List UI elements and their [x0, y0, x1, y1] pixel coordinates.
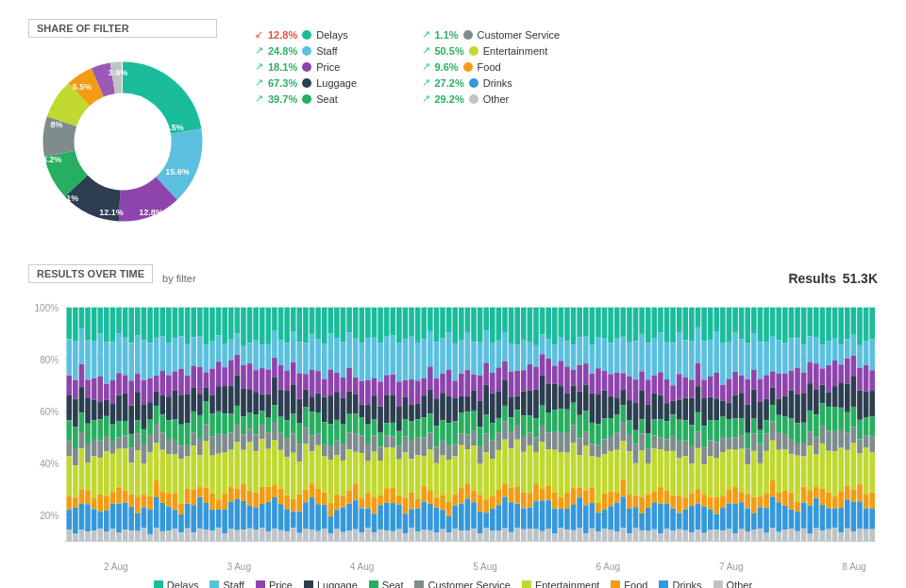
svg-rect-128 — [123, 491, 128, 503]
svg-rect-609 — [421, 501, 427, 529]
svg-rect-127 — [123, 448, 128, 490]
svg-rect-700 — [478, 533, 483, 541]
x-axis-label: 2 Aug — [104, 562, 128, 572]
svg-rect-159 — [142, 507, 147, 528]
legend-item: ↗39.7%Seat — [255, 92, 394, 105]
svg-rect-150 — [135, 531, 141, 542]
svg-rect-625 — [434, 427, 440, 447]
svg-rect-891 — [602, 308, 608, 338]
svg-rect-175 — [154, 406, 159, 424]
svg-rect-638 — [440, 495, 445, 510]
svg-rect-260 — [204, 529, 210, 541]
svg-rect-1330 — [869, 529, 875, 542]
svg-rect-146 — [135, 433, 141, 450]
svg-rect-133 — [128, 380, 134, 405]
svg-rect-1061 — [708, 308, 713, 340]
svg-rect-380 — [278, 530, 284, 542]
svg-rect-1185 — [782, 417, 788, 434]
svg-rect-709 — [483, 512, 489, 528]
svg-rect-829 — [559, 509, 564, 528]
svg-rect-82 — [97, 334, 103, 377]
svg-rect-786 — [533, 437, 539, 452]
svg-rect-661 — [459, 308, 464, 340]
legend-pct: 39.7% — [268, 93, 297, 105]
svg-rect-1159 — [763, 508, 769, 532]
svg-rect-815 — [552, 411, 558, 432]
svg-rect-514 — [365, 405, 371, 425]
svg-rect-901 — [608, 308, 613, 344]
svg-rect-980 — [652, 529, 658, 542]
chart-legend-item: Delays — [154, 580, 199, 588]
svg-rect-920 — [614, 531, 620, 541]
svg-rect-1117 — [739, 449, 745, 493]
svg-rect-725 — [496, 418, 502, 433]
svg-rect-981 — [658, 308, 663, 333]
svg-rect-78 — [92, 498, 97, 510]
svg-rect-1147 — [758, 463, 763, 496]
svg-rect-842 — [571, 344, 577, 370]
svg-rect-291 — [228, 308, 234, 340]
svg-rect-699 — [478, 512, 483, 533]
svg-rect-957 — [639, 451, 645, 497]
svg-rect-705 — [483, 414, 489, 433]
svg-rect-1087 — [720, 452, 726, 496]
svg-rect-285 — [222, 413, 227, 434]
svg-rect-978 — [652, 492, 658, 503]
svg-rect-1199 — [789, 510, 795, 529]
svg-rect-351 — [266, 308, 272, 344]
svg-rect-968 — [646, 494, 651, 508]
svg-rect-513 — [365, 380, 371, 406]
svg-rect-314 — [241, 389, 246, 417]
svg-rect-95 — [104, 416, 109, 436]
svg-rect-760 — [514, 528, 520, 541]
svg-rect-1158 — [763, 494, 769, 508]
chart-legend-label: Other — [727, 580, 753, 588]
svg-rect-622 — [434, 342, 440, 378]
svg-rect-134 — [128, 406, 134, 434]
svg-rect-833 — [564, 366, 570, 393]
svg-rect-94 — [104, 400, 109, 416]
svg-rect-393 — [291, 362, 296, 385]
svg-rect-242 — [197, 337, 203, 367]
svg-rect-367 — [272, 440, 277, 485]
svg-rect-671 — [465, 308, 471, 333]
svg-rect-987 — [658, 449, 663, 487]
x-axis-label: 8 Aug — [842, 562, 866, 572]
svg-rect-365 — [272, 405, 277, 422]
svg-rect-1000 — [664, 529, 670, 542]
svg-rect-994 — [664, 403, 670, 421]
svg-rect-83 — [97, 377, 103, 402]
svg-rect-449 — [322, 505, 327, 529]
svg-rect-606 — [421, 438, 427, 456]
svg-rect-1115 — [739, 419, 745, 436]
svg-rect-926 — [621, 422, 627, 441]
svg-rect-1293 — [851, 356, 857, 377]
svg-rect-417 — [303, 444, 309, 489]
svg-rect-1262 — [832, 338, 838, 361]
legend-name: Entertainment — [483, 45, 547, 57]
legend-pct: 12.8% — [268, 29, 297, 41]
svg-rect-937 — [627, 452, 632, 495]
svg-rect-316 — [241, 434, 246, 449]
svg-rect-559 — [390, 503, 395, 531]
svg-rect-956 — [639, 433, 645, 450]
svg-rect-354 — [266, 394, 272, 417]
svg-rect-645 — [446, 423, 452, 445]
svg-rect-749 — [509, 502, 514, 532]
svg-rect-1055 — [701, 426, 707, 446]
svg-rect-677 — [465, 449, 471, 483]
svg-rect-542 — [384, 336, 390, 375]
svg-rect-1263 — [832, 361, 838, 386]
svg-rect-309 — [235, 499, 241, 530]
svg-rect-1217 — [801, 456, 807, 486]
svg-rect-143 — [135, 374, 141, 393]
svg-rect-1190 — [782, 529, 788, 541]
svg-rect-1164 — [770, 388, 776, 406]
svg-rect-504 — [359, 405, 364, 418]
svg-rect-812 — [552, 344, 558, 365]
svg-rect-112 — [116, 333, 122, 373]
svg-rect-1056 — [701, 447, 707, 464]
svg-rect-861 — [583, 308, 589, 337]
svg-rect-289 — [222, 510, 227, 533]
svg-rect-1065 — [708, 420, 713, 440]
